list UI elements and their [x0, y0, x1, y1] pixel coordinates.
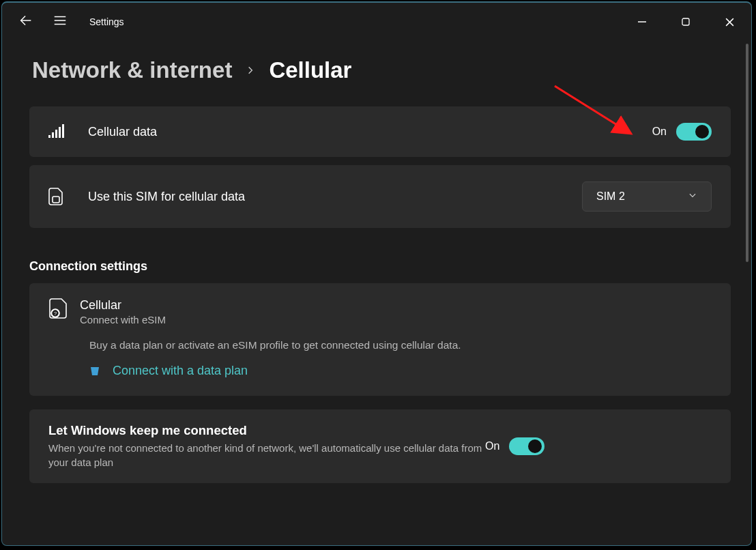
esim-title: Cellular: [80, 298, 166, 313]
cellular-data-card: Cellular data On: [29, 106, 731, 157]
sim-select-label: Use this SIM for cellular data: [88, 190, 245, 204]
arrow-left-icon: [18, 13, 33, 28]
settings-window: Settings Network & internet Cellular: [1, 1, 752, 546]
maximize-icon: [681, 17, 690, 27]
minimize-button[interactable]: [620, 5, 664, 38]
breadcrumb: Network & internet Cellular: [2, 41, 751, 106]
app-title: Settings: [89, 16, 124, 27]
minimize-icon: [637, 17, 647, 27]
data-plan-link-row: Connect with a data plan: [89, 364, 712, 378]
toggle-knob: [695, 125, 709, 139]
toggle-knob: [528, 439, 542, 453]
cellular-data-label: Cellular data: [88, 125, 157, 139]
scrollbar[interactable]: [746, 44, 748, 262]
svg-rect-11: [59, 127, 61, 138]
window-controls: [620, 5, 751, 38]
esim-description: Buy a data plan or activate an eSIM prof…: [89, 339, 712, 351]
breadcrumb-parent[interactable]: Network & internet: [32, 57, 232, 83]
svg-rect-8: [48, 135, 50, 138]
breadcrumb-current: Cellular: [269, 57, 351, 83]
close-button[interactable]: [708, 5, 751, 38]
content-area: Cellular data On Use this SIM for cellul…: [2, 106, 751, 545]
svg-rect-13: [53, 197, 59, 203]
chevron-right-icon: [246, 63, 255, 78]
back-button[interactable]: [18, 13, 33, 31]
store-icon: [89, 366, 102, 377]
titlebar-left: Settings: [18, 13, 124, 31]
hamburger-button[interactable]: [53, 13, 68, 31]
titlebar: Settings: [2, 3, 751, 41]
signal-icon: [48, 124, 77, 139]
keep-connected-state: On: [485, 440, 499, 452]
esim-card: ? Cellular Connect with eSIM Buy a data …: [29, 283, 731, 396]
svg-rect-10: [55, 130, 57, 138]
svg-text:?: ?: [54, 310, 57, 317]
close-icon: [725, 17, 735, 27]
esim-subtitle: Connect with eSIM: [80, 314, 166, 325]
sim-dropdown-value: SIM 2: [596, 190, 625, 203]
chevron-down-icon: [688, 190, 697, 203]
cellular-data-state: On: [652, 126, 667, 138]
hamburger-icon: [53, 13, 68, 28]
keep-connected-toggle[interactable]: [509, 437, 544, 455]
esim-icon: ?: [48, 298, 68, 321]
maximize-button[interactable]: [664, 5, 708, 38]
sim-icon: [48, 188, 77, 205]
sim-select-card: Use this SIM for cellular data SIM 2: [29, 165, 731, 228]
keep-connected-title: Let Windows keep me connected: [48, 423, 485, 438]
svg-rect-9: [52, 132, 54, 138]
sim-dropdown[interactable]: SIM 2: [582, 182, 712, 212]
keep-connected-toggle-group: On: [485, 437, 544, 455]
connection-settings-heading: Connection settings: [29, 259, 731, 274]
keep-connected-card: Let Windows keep me connected When you'r…: [29, 409, 731, 483]
cellular-data-toggle-group: On: [652, 123, 712, 141]
cellular-data-toggle[interactable]: [676, 123, 712, 141]
connect-data-plan-link[interactable]: Connect with a data plan: [113, 364, 248, 378]
svg-rect-12: [62, 124, 64, 138]
svg-rect-5: [682, 18, 689, 25]
keep-connected-description: When you're not connected to another kin…: [48, 441, 485, 469]
